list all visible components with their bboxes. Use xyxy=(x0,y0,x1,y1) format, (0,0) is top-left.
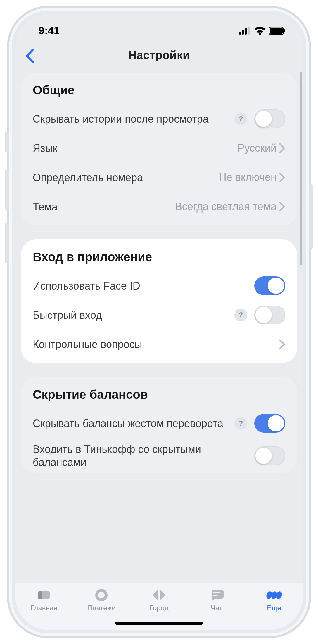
wifi-icon xyxy=(254,27,265,35)
row-hide-stories: Скрывать истории после просмотра ? xyxy=(33,104,285,133)
svg-rect-11 xyxy=(213,595,218,596)
home-icon xyxy=(36,589,52,602)
scrollbar[interactable] xyxy=(300,72,302,265)
svg-point-9 xyxy=(97,590,106,600)
home-indicator[interactable] xyxy=(115,622,203,625)
toggle-fast-login[interactable] xyxy=(254,306,285,324)
section-balances-title: Скрытие балансов xyxy=(33,388,285,402)
settings-scroll[interactable]: Общие Скрывать истории после просмотра ?… xyxy=(15,70,303,583)
tab-label: Платежи xyxy=(87,604,116,612)
help-icon[interactable]: ? xyxy=(234,309,247,321)
tab-city[interactable]: Город xyxy=(134,589,184,612)
row-label: Определитель номера xyxy=(33,171,219,184)
row-value: Всегда светлая тема xyxy=(175,201,276,213)
tab-home[interactable]: Главная xyxy=(19,589,69,612)
chat-icon xyxy=(208,589,225,602)
tab-more[interactable]: Еще xyxy=(249,589,299,612)
tab-label: Главная xyxy=(31,604,57,612)
payments-icon xyxy=(93,589,110,602)
row-caller-id[interactable]: Определитель номера Не включен xyxy=(33,163,285,192)
tab-label: Чат xyxy=(211,604,222,612)
svg-rect-0 xyxy=(239,32,241,35)
tab-label: Еще xyxy=(267,604,281,612)
row-label: Контрольные вопросы xyxy=(33,338,279,351)
svg-rect-8 xyxy=(38,591,42,599)
phone-side-button xyxy=(309,184,313,249)
row-label: Язык xyxy=(33,142,237,155)
section-balances: Скрытие балансов Скрывать балансы жестом… xyxy=(21,377,297,473)
help-icon[interactable]: ? xyxy=(234,417,247,430)
phone-frame: 9:41 Настройки Общие xyxy=(7,6,311,638)
svg-rect-5 xyxy=(270,28,283,34)
phone-side-button xyxy=(5,170,9,211)
row-theme[interactable]: Тема Всегда светлая тема xyxy=(33,192,285,221)
section-general-title: Общие xyxy=(33,83,285,97)
phone-side-button xyxy=(5,132,9,152)
svg-rect-2 xyxy=(245,28,247,35)
battery-icon xyxy=(269,27,285,35)
row-label: Входить в Тинькофф со скрытыми балансами xyxy=(33,443,254,469)
status-time: 9:41 xyxy=(39,25,60,37)
cellular-icon xyxy=(239,27,251,35)
row-label: Тема xyxy=(33,200,175,213)
row-label: Быстрый вход xyxy=(33,309,234,322)
section-login: Вход в приложение Использовать Face ID Б… xyxy=(21,239,297,363)
row-label: Скрывать балансы жестом переворота xyxy=(33,417,234,430)
section-general: Общие Скрывать истории после просмотра ?… xyxy=(21,73,297,225)
row-language[interactable]: Язык Русский xyxy=(33,133,285,163)
svg-rect-10 xyxy=(213,592,220,593)
city-icon xyxy=(151,589,167,602)
toggle-face-id[interactable] xyxy=(254,276,285,295)
row-face-id: Использовать Face ID xyxy=(33,271,285,300)
tab-payments[interactable]: Платежи xyxy=(77,589,126,612)
chevron-right-icon xyxy=(279,143,285,153)
row-label: Скрывать истории после просмотра xyxy=(33,112,234,126)
phone-side-button xyxy=(5,222,9,263)
row-hide-entry: Входить в Тинькофф со скрытыми балансами xyxy=(33,438,285,469)
tab-label: Город xyxy=(150,604,169,612)
row-fast-login: Быстрый вход ? xyxy=(33,300,285,330)
row-value: Русский xyxy=(237,142,276,154)
svg-rect-6 xyxy=(284,29,285,32)
row-hide-flip: Скрывать балансы жестом переворота ? xyxy=(33,409,285,438)
toggle-hide-entry[interactable] xyxy=(254,446,285,465)
section-login-title: Вход в приложение xyxy=(33,250,285,264)
more-icon xyxy=(266,589,282,602)
toggle-hide-flip[interactable] xyxy=(254,414,285,433)
chevron-right-icon xyxy=(279,172,285,182)
page-title: Настройки xyxy=(15,49,303,62)
help-icon[interactable]: ? xyxy=(234,112,247,125)
row-value: Не включен xyxy=(219,171,276,184)
svg-rect-3 xyxy=(248,27,250,35)
nav-bar: Настройки xyxy=(15,40,303,70)
status-icons xyxy=(239,27,285,35)
row-security-questions[interactable]: Контрольные вопросы xyxy=(33,330,285,359)
status-bar: 9:41 xyxy=(15,14,303,40)
tab-chat[interactable]: Чат xyxy=(192,589,241,612)
svg-rect-1 xyxy=(242,30,244,35)
row-label: Использовать Face ID xyxy=(33,279,254,292)
chevron-right-icon xyxy=(279,202,285,212)
chevron-left-icon xyxy=(25,49,34,63)
chevron-right-icon xyxy=(279,339,285,349)
svg-point-14 xyxy=(275,591,282,600)
back-button[interactable] xyxy=(25,49,37,63)
toggle-hide-stories[interactable] xyxy=(254,109,285,128)
